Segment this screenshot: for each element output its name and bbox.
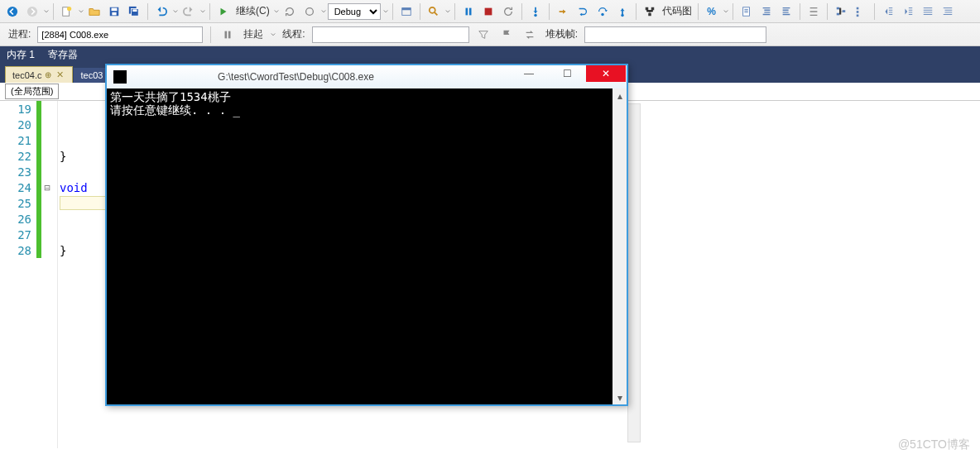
misc-button[interactable] xyxy=(805,2,823,21)
file-tab-tec04[interactable]: tec04.c ⊕ ✕ xyxy=(5,66,73,83)
swap-button[interactable] xyxy=(521,26,539,44)
continue-label: 继续(C) xyxy=(236,4,270,18)
step-over-button[interactable] xyxy=(593,2,612,21)
redo-button[interactable] xyxy=(180,2,198,21)
chevron-down-icon xyxy=(445,9,450,14)
chevron-down-icon[interactable] xyxy=(274,9,279,14)
svg-point-13 xyxy=(429,7,435,12)
step-into-button[interactable] xyxy=(574,2,592,21)
svg-rect-14 xyxy=(465,7,468,15)
maximize-button[interactable]: ☐ xyxy=(548,65,586,82)
scroll-down-icon[interactable]: ▾ xyxy=(612,390,627,404)
restart2-button[interactable] xyxy=(499,2,517,21)
codemap-label: 代码图 xyxy=(662,4,692,18)
svg-rect-30 xyxy=(225,31,228,38)
comment-button[interactable] xyxy=(919,2,937,21)
indent-button[interactable] xyxy=(757,2,776,21)
svg-rect-31 xyxy=(228,31,231,38)
svg-point-18 xyxy=(601,12,604,16)
line-gutter: 192021222324⊟25262728 xyxy=(0,101,58,448)
chevron-down-icon xyxy=(383,9,388,14)
save-button[interactable] xyxy=(105,2,123,21)
svg-rect-20 xyxy=(645,7,648,10)
codemap-button[interactable] xyxy=(641,2,659,21)
minimize-button[interactable]: — xyxy=(510,65,548,82)
registers-tab[interactable]: 寄存器 xyxy=(46,45,79,65)
restart-button[interactable] xyxy=(300,2,319,21)
suspend-label: 挂起 xyxy=(243,27,263,41)
console-window: G:\test\CwordTest\Debug\C008.exe — ☐ ✕ 第… xyxy=(105,64,628,406)
filter-button[interactable] xyxy=(474,26,492,44)
chevron-down-icon xyxy=(173,9,178,14)
step-out-button[interactable] xyxy=(613,2,632,21)
svg-rect-21 xyxy=(651,7,654,10)
svg-rect-28 xyxy=(856,11,858,13)
chevron-down-icon xyxy=(44,9,49,14)
svg-rect-26 xyxy=(842,10,845,12)
pause-button[interactable] xyxy=(459,2,478,21)
memory-tabs: 内存 1 寄存器 xyxy=(0,46,980,65)
config-select[interactable]: Debug xyxy=(328,3,381,20)
refresh-button[interactable] xyxy=(281,2,299,21)
undo-button[interactable] xyxy=(152,2,171,21)
new-item-button[interactable] xyxy=(58,2,76,21)
console-output: 第一天共摘了1534桃子 请按任意键继续. . . _ xyxy=(107,88,612,404)
flag-button[interactable] xyxy=(497,26,516,44)
pin-icon[interactable]: ⊕ xyxy=(45,70,51,79)
console-body: 第一天共摘了1534桃子 请按任意键继续. . . _ ▴ ▾ xyxy=(107,88,627,404)
svg-rect-27 xyxy=(856,7,858,9)
open-button[interactable] xyxy=(85,2,103,21)
suspend-button[interactable] xyxy=(219,26,237,44)
stackframe-field[interactable] xyxy=(584,26,766,43)
process-label: 进程: xyxy=(8,27,31,41)
chevron-down-icon xyxy=(723,9,728,14)
list-button[interactable] xyxy=(852,2,870,21)
close-button[interactable]: ✕ xyxy=(586,65,626,82)
stop-button[interactable] xyxy=(479,2,497,21)
file-tab-label: tec03 xyxy=(80,70,103,80)
console-line: 请按任意键继续. . . _ xyxy=(110,103,609,117)
nav-forward-button[interactable] xyxy=(23,2,41,21)
svg-rect-6 xyxy=(112,12,116,15)
console-scrollbar[interactable]: ▴ ▾ xyxy=(612,88,627,404)
editor-scrollbar[interactable] xyxy=(627,103,641,442)
process-field[interactable]: [2884] C008.exe xyxy=(37,26,203,43)
percent-button[interactable]: % xyxy=(703,2,721,21)
find-button[interactable] xyxy=(425,2,443,21)
continue-button[interactable] xyxy=(214,2,233,21)
chevron-down-icon xyxy=(321,9,326,14)
save-all-button[interactable] xyxy=(125,2,143,21)
main-toolbar: 继续(C) Debug 代码图 % xyxy=(0,0,980,23)
scope-dropdown[interactable]: (全局范围) xyxy=(5,84,59,99)
svg-point-1 xyxy=(27,6,37,16)
nav-back-button[interactable] xyxy=(3,2,22,21)
svg-point-19 xyxy=(621,13,624,17)
thread-label: 线程: xyxy=(282,27,305,41)
scroll-up-icon[interactable]: ▴ xyxy=(612,88,627,103)
console-line: 第一天共摘了1534桃子 xyxy=(110,90,609,103)
chevron-down-icon xyxy=(271,32,276,37)
svg-rect-22 xyxy=(648,12,651,16)
step-in-button[interactable] xyxy=(526,2,545,21)
increase-indent-button[interactable] xyxy=(899,2,917,21)
console-app-icon xyxy=(113,70,127,84)
close-icon[interactable]: ✕ xyxy=(55,69,65,80)
svg-rect-24 xyxy=(836,7,839,9)
console-titlebar[interactable]: G:\test\CwordTest\Debug\C008.exe — ☐ ✕ xyxy=(107,65,627,88)
decrease-indent-button[interactable] xyxy=(879,2,897,21)
window-button[interactable] xyxy=(397,2,416,21)
outdent-button[interactable] xyxy=(777,2,795,21)
tree-button[interactable] xyxy=(832,2,850,21)
svg-rect-29 xyxy=(856,14,858,17)
svg-rect-16 xyxy=(484,7,492,15)
debug-toolbar: 进程: [2884] C008.exe 挂起 线程: 堆栈帧: xyxy=(0,23,980,46)
show-next-button[interactable] xyxy=(554,2,572,21)
uncomment-button[interactable] xyxy=(939,2,957,21)
svg-point-0 xyxy=(7,6,17,16)
memory-tab-1[interactable]: 内存 1 xyxy=(5,45,36,65)
chevron-down-icon xyxy=(79,9,84,14)
thread-field[interactable] xyxy=(312,26,469,43)
doc-button[interactable] xyxy=(737,2,756,21)
svg-point-17 xyxy=(534,13,537,17)
svg-rect-5 xyxy=(112,7,118,11)
